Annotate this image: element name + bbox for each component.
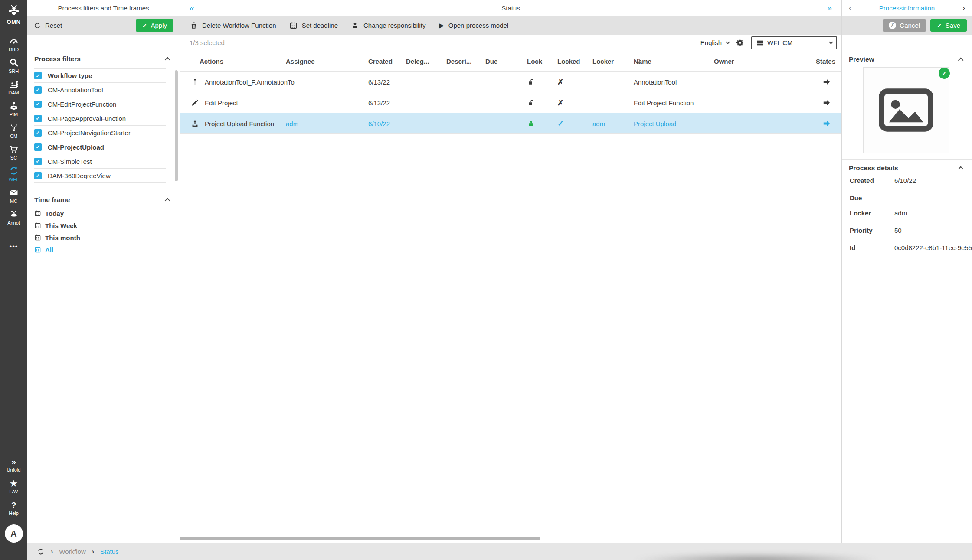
- right-panel-toolbar: ✗ Cancel ✓ Save: [842, 16, 972, 35]
- breadcrumb-workflow[interactable]: Workflow: [59, 548, 85, 555]
- apply-button[interactable]: ✓ Apply: [136, 19, 173, 32]
- horizontal-scrollbar[interactable]: [180, 537, 540, 540]
- states-arrow-icon[interactable]: [822, 99, 831, 106]
- checkbox-checked[interactable]: ✓: [34, 101, 42, 108]
- sidebar-item-mc[interactable]: MC: [0, 185, 27, 206]
- chevron-right-icon: ›: [92, 548, 94, 556]
- col-description[interactable]: Descri...: [446, 58, 471, 65]
- process-details-title: Process details: [849, 164, 898, 172]
- checkbox-checked[interactable]: ✓: [34, 172, 42, 179]
- cell-name: Edit Project Function: [634, 99, 694, 106]
- sidebar-item-annot[interactable]: Annot: [0, 206, 27, 228]
- filter-item[interactable]: ✓ CM-SimpleTest: [34, 154, 166, 169]
- process-info-title[interactable]: Processinformation: [842, 4, 972, 12]
- checkbox-checked[interactable]: ✓: [34, 143, 42, 151]
- open-process-model-button[interactable]: ▶ Open process model: [439, 21, 508, 29]
- table-row[interactable]: Edit Project 6/13/22 ✗ Edit Project Func…: [180, 92, 841, 113]
- filter-item-label: CM-SimpleTest: [48, 158, 92, 165]
- col-lock[interactable]: Lock: [527, 58, 542, 65]
- lock-closed-icon[interactable]: [527, 119, 535, 127]
- filter-item-label: CM-ProjectUpload: [48, 143, 104, 151]
- filter-item[interactable]: ✓ CM-ProjectNavigationStarter: [34, 126, 166, 140]
- app-sidebar: OMN DBD SRH: [0, 0, 27, 560]
- filter-item-project-upload[interactable]: ✓ CM-ProjectUpload: [34, 140, 166, 154]
- col-actions[interactable]: Actions: [200, 58, 223, 65]
- image-icon: [9, 79, 19, 89]
- col-locker[interactable]: Locker: [592, 58, 614, 65]
- filter-item[interactable]: ✓ CM-EditProjectFunction: [34, 97, 166, 111]
- sidebar-item-fav[interactable]: ★ FAV: [0, 476, 27, 498]
- filter-item-label: CM-PageApprovalFunction: [48, 115, 126, 122]
- col-locked[interactable]: Locked: [557, 58, 580, 65]
- breadcrumb-status[interactable]: Status: [100, 548, 119, 555]
- checkbox-checked[interactable]: ✓: [34, 158, 42, 165]
- checkbox-checked[interactable]: ✓: [34, 115, 42, 122]
- table-row[interactable]: AnnotationTool_F.AnnotationTo 6/13/22 ✗ …: [180, 72, 841, 92]
- chevron-right-icon: ›: [51, 548, 53, 556]
- save-button[interactable]: ✓ Save: [930, 19, 967, 32]
- sidebar-item-sc[interactable]: SC: [0, 141, 27, 163]
- filter-item-workflow-type[interactable]: ✓ Workflow type: [34, 68, 166, 83]
- settings-gear-button[interactable]: [736, 39, 744, 47]
- states-arrow-icon[interactable]: [822, 78, 831, 85]
- checkbox-checked[interactable]: ✓: [34, 129, 42, 137]
- cell-name: AnnotationTool: [634, 78, 677, 85]
- col-due[interactable]: Due: [485, 58, 497, 65]
- sidebar-item-label: WFL: [9, 177, 19, 182]
- states-arrow-icon[interactable]: [822, 120, 831, 127]
- filter-item[interactable]: ✓ CM-PageApprovalFunction: [34, 111, 166, 126]
- time-frame-this-week[interactable]: This Week: [34, 219, 180, 231]
- trash-icon: [190, 21, 198, 29]
- language-select[interactable]: English: [700, 39, 729, 46]
- sidebar-item-help[interactable]: ? Help: [0, 498, 27, 519]
- filter-toolbar: Reset ✓ Apply: [27, 16, 180, 35]
- checkbox-checked[interactable]: ✓: [34, 72, 42, 79]
- col-states[interactable]: States: [816, 58, 835, 65]
- table-row-selected[interactable]: Project Upload Function adm 6/10/22 ✓ ad…: [180, 113, 841, 134]
- delete-workflow-button[interactable]: Delete Workflow Function: [190, 21, 276, 29]
- time-frame-all[interactable]: All: [34, 244, 180, 256]
- col-assignee[interactable]: Assignee: [286, 58, 315, 65]
- process-details-header: Process details: [842, 163, 972, 174]
- sidebar-item-more[interactable]: •••: [0, 236, 27, 257]
- filter-item[interactable]: ✓ DAM-360DegreeView: [34, 169, 166, 183]
- sidebar-item-wfl[interactable]: WFL: [0, 163, 27, 185]
- checkbox-checked[interactable]: ✓: [34, 86, 42, 94]
- set-deadline-button[interactable]: Set deadline: [289, 21, 338, 29]
- sidebar-item-unfold[interactable]: » Unfold: [0, 454, 27, 476]
- app-logo[interactable]: OMN: [0, 3, 27, 25]
- gear-icon: [736, 39, 744, 47]
- lock-open-icon[interactable]: [527, 98, 535, 107]
- collapse-chevron-icon[interactable]: [165, 198, 170, 203]
- col-delegated[interactable]: Deleg...: [406, 58, 429, 65]
- refresh-icon: [33, 22, 41, 29]
- lock-open-icon[interactable]: [527, 78, 535, 86]
- reset-button[interactable]: Reset: [33, 22, 62, 29]
- col-created[interactable]: Created: [368, 58, 393, 65]
- sidebar-item-dbd[interactable]: DBD: [0, 33, 27, 55]
- filter-item[interactable]: ✓ CM-AnnotationTool: [34, 83, 166, 97]
- time-frame-today[interactable]: Today: [34, 207, 180, 219]
- collapse-chevron-icon[interactable]: [958, 166, 964, 172]
- change-responsibility-button[interactable]: Change responsibility: [351, 21, 425, 29]
- time-frame-this-month[interactable]: This month: [34, 231, 180, 244]
- collapse-chevron-icon[interactable]: [165, 57, 170, 62]
- sidebar-item-dam[interactable]: DAM: [0, 76, 27, 98]
- sidebar-item-srh[interactable]: SRH: [0, 55, 27, 76]
- user-avatar[interactable]: A: [5, 524, 23, 543]
- sidebar-item-label: DBD: [9, 47, 19, 52]
- sidebar-item-pim[interactable]: PIM: [0, 98, 27, 120]
- filter-list-scrollbar[interactable]: [175, 70, 178, 181]
- detail-row-created: Created 6/10/22: [842, 177, 972, 186]
- detail-value: 50: [894, 227, 972, 234]
- sidebar-item-label: SRH: [9, 68, 19, 74]
- sidebar-item-label: Unfold: [7, 467, 21, 472]
- person-icon: [351, 21, 359, 29]
- collapse-chevron-icon[interactable]: [958, 57, 964, 63]
- cancel-button[interactable]: ✗ Cancel: [883, 19, 926, 32]
- col-owner[interactable]: Owner: [714, 58, 734, 65]
- view-select-dropdown[interactable]: WFL CM: [751, 36, 837, 49]
- sidebar-item-label: Help: [9, 511, 19, 516]
- selection-count: 1/3 selected: [190, 39, 225, 46]
- sidebar-item-cm[interactable]: CM: [0, 120, 27, 141]
